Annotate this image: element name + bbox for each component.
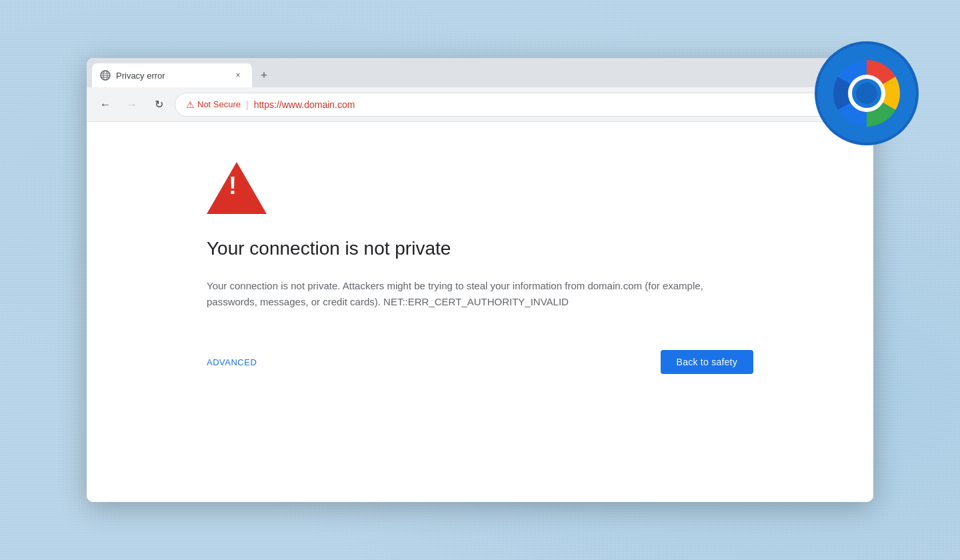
url-display: https://www.domain.com — [254, 99, 854, 110]
browser-window: Privacy error × + ← → ↻ ⚠ Not Secure | h… — [87, 58, 873, 502]
warning-triangle-icon — [207, 162, 267, 214]
address-divider: | — [246, 99, 249, 110]
navigation-bar: ← → ↻ ⚠ Not Secure | https://www.domain.… — [87, 87, 873, 122]
reload-button[interactable]: ↻ — [148, 94, 169, 115]
tab-title: Privacy error — [116, 71, 227, 81]
error-title: Your connection is not private — [207, 238, 451, 259]
error-icon — [207, 162, 267, 217]
svg-point-9 — [856, 83, 877, 104]
advanced-button[interactable]: ADVANCED — [207, 357, 257, 367]
address-bar[interactable]: ⚠ Not Secure | https://www.domain.com — [175, 93, 865, 117]
warning-icon: ⚠ — [186, 99, 195, 110]
new-tab-button[interactable]: + — [255, 66, 273, 85]
not-secure-label: Not Secure — [197, 99, 241, 109]
tab-close-button[interactable]: × — [232, 69, 244, 81]
tab-favicon-icon — [100, 70, 111, 81]
security-indicator: ⚠ Not Secure — [186, 99, 241, 110]
back-to-safety-button[interactable]: Back to safety — [661, 350, 753, 374]
browser-tab[interactable]: Privacy error × — [92, 63, 252, 87]
page-content: Your connection is not private Your conn… — [87, 122, 873, 502]
back-button[interactable]: ← — [95, 94, 116, 115]
forward-button[interactable]: → — [121, 94, 143, 115]
chrome-logo — [813, 40, 920, 147]
error-actions: ADVANCED Back to safety — [207, 350, 753, 374]
tab-bar: Privacy error × + — [87, 58, 873, 87]
error-description: Your connection is not private. Attacker… — [207, 278, 707, 310]
